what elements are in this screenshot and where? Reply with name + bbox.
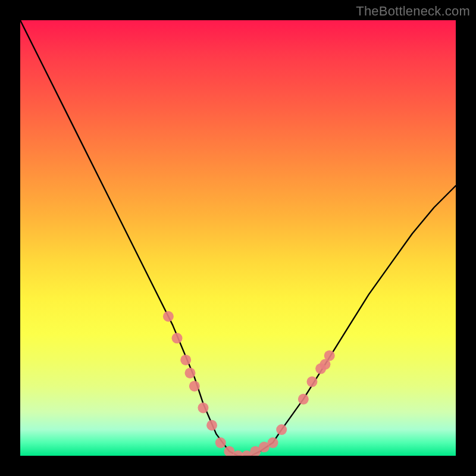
marker-group [163, 311, 335, 456]
data-point [324, 350, 335, 361]
chart-svg [20, 20, 456, 456]
data-point [215, 437, 226, 448]
data-point [268, 437, 278, 448]
data-point [198, 402, 208, 413]
watermark-label: TheBottleneck.com [356, 4, 470, 19]
chart-plot-area [20, 20, 456, 456]
data-point [206, 420, 217, 431]
curve-group [20, 20, 456, 456]
data-point [298, 394, 309, 405]
bottleneck-curve [20, 20, 456, 456]
data-point [189, 381, 200, 392]
data-point [306, 377, 317, 387]
data-point [163, 311, 174, 322]
data-point [276, 424, 287, 435]
data-point [172, 333, 183, 343]
data-point [180, 355, 191, 365]
data-point [184, 368, 195, 378]
